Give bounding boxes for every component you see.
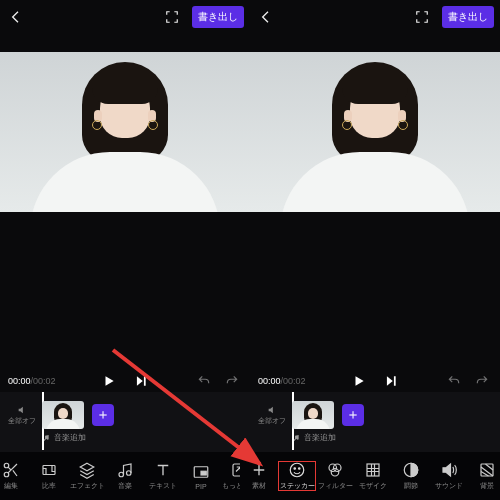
- svg-point-10: [294, 468, 296, 470]
- ratio-icon: [40, 461, 58, 479]
- tool-label: 調節: [404, 481, 418, 491]
- time-display: 00:00/00:02: [258, 376, 306, 386]
- tool-調節[interactable]: 調節: [392, 461, 430, 491]
- mute-all-toggle[interactable]: 全部オフ: [258, 405, 286, 426]
- svg-point-14: [331, 469, 339, 477]
- undo-button[interactable]: [444, 371, 464, 391]
- music-add-label: 音楽追加: [304, 432, 336, 443]
- add-music-row[interactable]: 音楽追加: [292, 432, 500, 443]
- pip-icon: [192, 463, 210, 481]
- tool-label: 音楽: [118, 481, 132, 491]
- time-bar: 00:00/00:02: [0, 370, 250, 392]
- tool-背景[interactable]: 背景: [468, 461, 500, 491]
- tool-label: 素材: [252, 481, 266, 491]
- layers-icon: [78, 461, 96, 479]
- bg-icon: [478, 461, 496, 479]
- mute-all-toggle[interactable]: 全部オフ: [8, 405, 36, 426]
- sound-icon: [440, 461, 458, 479]
- top-bar: 書き出し: [250, 0, 500, 34]
- add-clip-button[interactable]: ＋: [342, 404, 364, 426]
- tool-label: モザイク: [359, 481, 387, 491]
- svg-point-11: [299, 468, 301, 470]
- svg-rect-15: [367, 464, 379, 476]
- time-current: 00:00: [258, 376, 281, 386]
- editor-pane-right: 書き出し 00:00/00:02: [250, 0, 500, 500]
- video-preview[interactable]: [250, 52, 500, 212]
- mosaic-icon: [364, 461, 382, 479]
- adjust-icon: [402, 461, 420, 479]
- music-note-icon: [116, 461, 134, 479]
- tool-label: 編集: [4, 481, 18, 491]
- tool-label: フィルター: [318, 481, 353, 491]
- time-duration: 00:02: [33, 376, 56, 386]
- scissors-icon: [2, 461, 20, 479]
- tool-フィルター[interactable]: フィルター: [316, 461, 354, 491]
- svg-point-4: [127, 471, 132, 476]
- fullscreen-icon[interactable]: [162, 7, 182, 27]
- fullscreen-icon[interactable]: [412, 7, 432, 27]
- clip-thumbnail[interactable]: [42, 401, 84, 429]
- tool-比率[interactable]: 比率: [30, 461, 68, 491]
- sticker-icon: [288, 461, 306, 479]
- tool-label: ステッカー: [280, 481, 315, 491]
- svg-point-3: [119, 472, 124, 477]
- play-button[interactable]: [99, 371, 119, 391]
- text-icon: [154, 461, 172, 479]
- editor-pane-left: 書き出し 00:00/00:02: [0, 0, 250, 500]
- timeline[interactable]: 全部オフ ＋ 音楽追加: [0, 392, 250, 452]
- top-bar: 書き出し: [0, 0, 250, 34]
- tool-label: エフェクト: [70, 481, 105, 491]
- skip-end-button[interactable]: [131, 371, 151, 391]
- mute-label: 全部オフ: [8, 416, 36, 426]
- tool-編集[interactable]: 編集: [0, 461, 30, 491]
- tool-label: サウンド: [435, 481, 463, 491]
- back-icon[interactable]: [6, 7, 26, 27]
- tool-label: 背景: [480, 481, 494, 491]
- svg-point-13: [334, 464, 342, 472]
- tool-素材[interactable]: 素材: [240, 461, 278, 491]
- video-preview[interactable]: [0, 52, 250, 212]
- bottom-toolbar: 編集比率エフェクト音楽テキストPIPもっと見る: [0, 452, 250, 500]
- tool-label: PIP: [195, 483, 206, 490]
- export-button[interactable]: 書き出し: [442, 6, 494, 28]
- svg-rect-2: [43, 466, 55, 475]
- redo-button[interactable]: [472, 371, 492, 391]
- time-duration: 00:02: [283, 376, 306, 386]
- tool-ステッカー[interactable]: ステッカー: [278, 461, 316, 491]
- tool-サウンド[interactable]: サウンド: [430, 461, 468, 491]
- tool-エフェクト[interactable]: エフェクト: [68, 461, 106, 491]
- time-current: 00:00: [8, 376, 31, 386]
- filter-icon: [326, 461, 344, 479]
- skip-end-button[interactable]: [381, 371, 401, 391]
- time-bar: 00:00/00:02: [250, 370, 500, 392]
- tool-モザイク[interactable]: モザイク: [354, 461, 392, 491]
- timeline[interactable]: 全部オフ ＋ 音楽追加: [250, 392, 500, 452]
- tool-音楽[interactable]: 音楽: [106, 461, 144, 491]
- tool-PIP[interactable]: PIP: [182, 463, 220, 490]
- clip-thumbnail[interactable]: [292, 401, 334, 429]
- plus-icon: [250, 461, 268, 479]
- back-icon[interactable]: [256, 7, 276, 27]
- music-add-label: 音楽追加: [54, 432, 86, 443]
- play-button[interactable]: [349, 371, 369, 391]
- tool-label: テキスト: [149, 481, 177, 491]
- bottom-toolbar: 素材ステッカーフィルターモザイク調節サウンド背景: [240, 452, 500, 500]
- redo-button[interactable]: [222, 371, 242, 391]
- add-clip-button[interactable]: ＋: [92, 404, 114, 426]
- time-display: 00:00/00:02: [8, 376, 56, 386]
- svg-point-9: [290, 463, 304, 477]
- export-button[interactable]: 書き出し: [192, 6, 244, 28]
- tool-label: 比率: [42, 481, 56, 491]
- svg-rect-6: [201, 471, 206, 475]
- undo-button[interactable]: [194, 371, 214, 391]
- mute-label: 全部オフ: [258, 416, 286, 426]
- add-music-row[interactable]: 音楽追加: [42, 432, 250, 443]
- tool-テキスト[interactable]: テキスト: [144, 461, 182, 491]
